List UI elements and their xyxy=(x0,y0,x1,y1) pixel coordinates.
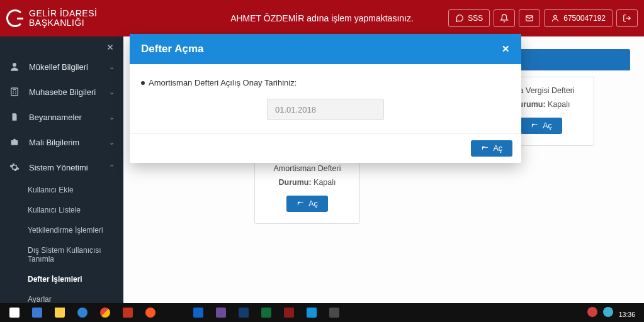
taskbar-app[interactable] xyxy=(278,305,300,320)
sidebar-sub-ledger[interactable]: Defter İşlemleri xyxy=(0,269,123,289)
folder-open-icon xyxy=(297,201,305,208)
card-title: Amortisman Defteri xyxy=(263,164,352,173)
taskbar-app[interactable] xyxy=(94,305,116,320)
impersonation-banner: AHMET ÖZDEMİR adına işlem yapmaktasınız. xyxy=(230,13,414,23)
chat-icon xyxy=(455,14,464,23)
notifications-button[interactable] xyxy=(494,9,515,27)
chevron-up-icon: ⌃ xyxy=(109,164,115,172)
org-name: GELİR İDARESİ BAŞKANLIĞI xyxy=(29,9,97,27)
chevron-down-icon: ⌄ xyxy=(109,63,115,71)
bullet-icon xyxy=(141,81,145,85)
gear-icon xyxy=(9,162,20,173)
open-label: Aç xyxy=(308,199,318,208)
top-actions: SSS 6750047192 xyxy=(448,9,644,27)
modal-text: Amortisman Defteri Açılış Onay Tarihiniz… xyxy=(149,78,297,87)
open-ledger-button[interactable]: Aç xyxy=(286,196,328,212)
calculator-icon xyxy=(9,86,20,97)
sidebar-label: Mükellef Bilgileri xyxy=(29,62,88,72)
status-value: Kapalı xyxy=(548,100,570,109)
org-line1: GELİR İDARESİ xyxy=(29,9,97,18)
start-button[interactable] xyxy=(4,305,25,320)
modal-open-button[interactable]: Aç xyxy=(471,140,512,157)
sidebar-item-financial[interactable]: Mali Bilgilerim ⌄ xyxy=(0,130,123,155)
chevron-down-icon: ⌄ xyxy=(109,113,115,121)
taskbar-app[interactable] xyxy=(301,305,322,320)
sidebar: Mükellef Bilgileri ⌄ Muhasebe Bilgileri … xyxy=(0,36,123,322)
faq-label: SSS xyxy=(468,14,483,23)
modal-header: Defter Açma ✕ xyxy=(130,34,521,64)
sidebar-item-accounting[interactable]: Muhasebe Bilgileri ⌄ xyxy=(0,79,123,104)
taskbar-app[interactable] xyxy=(188,305,209,320)
sidebar-sub-authorization[interactable]: Yetkilendirme İşlemleri xyxy=(0,220,123,240)
logout-button[interactable] xyxy=(616,9,638,27)
windows-taskbar[interactable]: 13:36 xyxy=(0,303,644,322)
sidebar-item-declarations[interactable]: Beyannameler ⌄ xyxy=(0,104,123,130)
taskbar-app[interactable] xyxy=(26,305,48,320)
card-row-2: Amortisman Defteri Durumu: Kapalı Aç xyxy=(137,155,630,224)
user-button[interactable]: 6750047192 xyxy=(544,9,613,27)
taskbar-app[interactable] xyxy=(49,305,71,320)
taskbar-app[interactable] xyxy=(117,305,138,320)
tray-clock: 13:36 xyxy=(619,311,635,318)
sidebar-sub-external-user[interactable]: Dış Sistem Kullanıcısı Tanımla xyxy=(0,240,123,269)
sidebar-label: Beyannameler xyxy=(29,113,82,122)
chevron-down-icon: ⌄ xyxy=(109,138,115,147)
taskbar-app[interactable] xyxy=(210,305,232,320)
status-value: Kapalı xyxy=(314,178,336,187)
taskbar-app[interactable] xyxy=(324,305,345,320)
open-ledger-button[interactable]: Aç xyxy=(521,118,562,134)
svg-point-2 xyxy=(13,63,16,67)
org-line2: BAŞKANLIĞI xyxy=(29,18,97,28)
svg-rect-4 xyxy=(11,140,18,145)
chevron-down-icon: ⌄ xyxy=(109,88,115,96)
modal-body: Amortisman Defteri Açılış Onay Tarihiniz… xyxy=(130,64,521,133)
open-ledger-modal: Defter Açma ✕ Amortisman Defteri Açılış … xyxy=(130,34,521,163)
briefcase-icon xyxy=(9,136,20,148)
status-label: Durumu: xyxy=(278,178,311,187)
top-bar: GELİR İDARESİ BAŞKANLIĞI AHMET ÖZDEMİR a… xyxy=(0,0,644,36)
bell-icon xyxy=(500,14,509,23)
svg-rect-3 xyxy=(11,88,18,96)
file-icon xyxy=(9,111,20,123)
sidebar-item-taxpayer[interactable]: Mükellef Bilgileri ⌄ xyxy=(0,54,123,79)
modal-close-button[interactable]: ✕ xyxy=(502,43,510,55)
logo-mark xyxy=(6,9,24,27)
sidebar-item-system[interactable]: Sistem Yönetimi ⌃ xyxy=(0,155,123,180)
logo: GELİR İDARESİ BAŞKANLIĞI xyxy=(0,9,123,27)
sidebar-label: Mali Bilgilerim xyxy=(29,138,79,147)
tray-icon xyxy=(587,307,597,317)
faq-button[interactable]: SSS xyxy=(448,9,490,27)
svg-point-1 xyxy=(554,15,557,18)
user-code: 6750047192 xyxy=(563,14,606,23)
taskbar-app[interactable] xyxy=(233,305,254,320)
user-icon xyxy=(9,61,20,72)
tray-icon xyxy=(603,307,613,317)
sidebar-sub-add-user[interactable]: Kullanıcı Ekle xyxy=(0,180,123,200)
ledger-card-amortization: Amortisman Defteri Durumu: Kapalı Aç xyxy=(254,155,360,224)
folder-open-icon xyxy=(481,145,489,152)
taskbar-app[interactable] xyxy=(140,305,161,320)
sidebar-label: Sistem Yönetimi xyxy=(29,163,88,172)
modal-open-label: Aç xyxy=(493,144,502,153)
sidebar-label: Muhasebe Bilgileri xyxy=(29,87,96,97)
taskbar-app[interactable] xyxy=(72,305,93,320)
taskbar-app[interactable] xyxy=(256,305,277,320)
sidebar-sub-list-user[interactable]: Kullanıcı Listele xyxy=(0,200,123,220)
messages-button[interactable] xyxy=(519,9,540,27)
tray[interactable]: 13:36 xyxy=(582,307,640,319)
envelope-icon xyxy=(525,14,534,23)
user-icon xyxy=(551,14,560,23)
approval-date-input[interactable] xyxy=(267,99,384,120)
modal-title: Defter Açma xyxy=(141,43,204,55)
folder-open-icon xyxy=(531,123,539,130)
modal-footer: Aç xyxy=(130,133,521,163)
close-icon xyxy=(106,43,115,52)
open-label: Aç xyxy=(543,121,552,130)
card-status: Durumu: Kapalı xyxy=(263,178,352,187)
logout-icon xyxy=(623,14,631,23)
sidebar-close[interactable] xyxy=(0,36,123,54)
